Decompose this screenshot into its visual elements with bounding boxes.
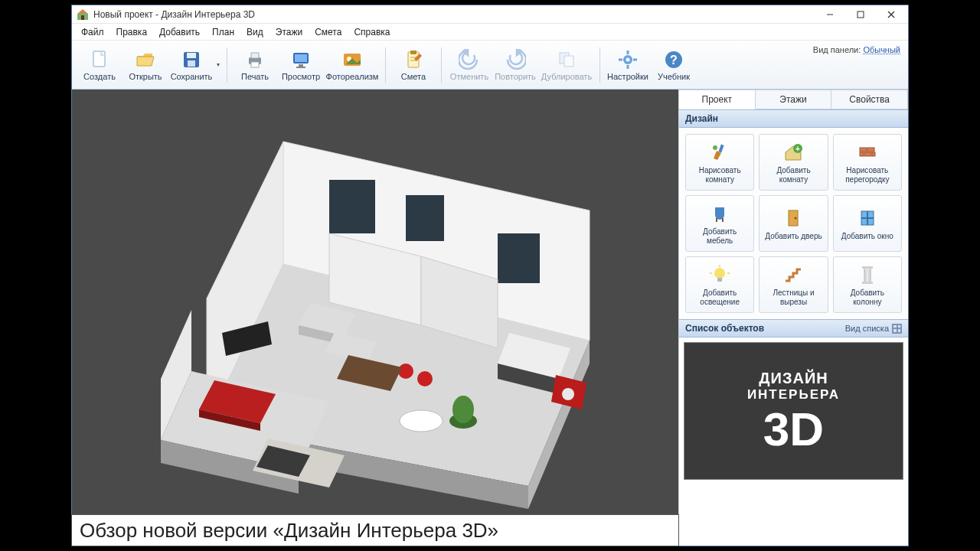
menu-справка[interactable]: Справка: [348, 25, 396, 39]
save-dropdown[interactable]: ▾: [214, 43, 222, 87]
design-stairs[interactable]: Лестницы и вырезы: [759, 256, 828, 313]
save-button[interactable]: Сохранить: [169, 43, 214, 87]
print-button[interactable]: Печать: [233, 43, 277, 87]
menu-план[interactable]: План: [206, 25, 240, 39]
settings-button[interactable]: Настройки: [606, 43, 650, 87]
estimate-label: Смета: [401, 72, 426, 81]
menu-смета[interactable]: Смета: [309, 25, 348, 39]
svg-rect-2: [81, 15, 84, 20]
svg-rect-16: [295, 54, 307, 62]
panel-mode-link[interactable]: Обычный: [863, 45, 900, 54]
window-icon: [856, 207, 879, 230]
menu-этажи[interactable]: Этажи: [270, 25, 309, 39]
design-brush[interactable]: Нарисовать комнату: [685, 134, 754, 191]
design-btn-label: Добавить дверь: [765, 232, 822, 241]
open-button[interactable]: Открыть: [123, 43, 168, 87]
stairs-icon: [782, 263, 805, 286]
svg-rect-11: [188, 60, 195, 67]
svg-rect-17: [299, 64, 303, 67]
save-label: Сохранить: [171, 72, 213, 81]
app-icon: [77, 8, 89, 21]
panel-mode: Вид панели: Обычный: [813, 45, 900, 54]
undo-label: Отменить: [450, 72, 488, 81]
print-label: Печать: [241, 72, 269, 81]
help-button[interactable]: ?Учебник: [652, 43, 696, 87]
svg-rect-90: [862, 266, 873, 269]
design-wall[interactable]: Нарисовать перегородку: [833, 134, 902, 191]
light-icon: [708, 263, 731, 286]
minimize-button[interactable]: [815, 6, 845, 23]
maximize-button[interactable]: [845, 6, 876, 23]
svg-point-80: [795, 217, 797, 219]
svg-rect-72: [860, 148, 867, 152]
objects-section-header: Список объектов Вид списка: [679, 319, 908, 337]
create-button[interactable]: Создать: [77, 43, 122, 87]
design-light[interactable]: Добавить освещение: [685, 256, 754, 313]
preview-button[interactable]: Просмотр: [279, 43, 323, 87]
menubar: ФайлПравкаДобавитьПланВидЭтажиСметаСправ…: [72, 24, 908, 41]
toolbar-separator: [227, 47, 227, 83]
svg-rect-73: [867, 148, 874, 152]
window-title: Новый проект - Дизайн Интерьера 3D: [93, 9, 815, 20]
svg-rect-32: [619, 58, 622, 60]
menu-файл[interactable]: Файл: [75, 25, 110, 39]
design-btn-label: Добавить освещение: [689, 289, 750, 306]
monitor-icon: [290, 49, 312, 70]
menu-добавить[interactable]: Добавить: [153, 25, 206, 39]
svg-rect-30: [627, 51, 629, 54]
tab-проект[interactable]: Проект: [679, 90, 756, 109]
menu-вид[interactable]: Вид: [240, 25, 270, 39]
folder-open-icon: [135, 49, 156, 70]
brush-icon: [708, 141, 731, 164]
list-view-toggle-icon[interactable]: [892, 324, 902, 334]
preview-label: Просмотр: [282, 72, 320, 81]
logo-line3: 3D: [763, 406, 824, 453]
menu-правка[interactable]: Правка: [110, 25, 154, 39]
save-icon: [181, 49, 202, 70]
svg-rect-67: [719, 145, 724, 153]
viewport-3d[interactable]: [72, 90, 678, 546]
design-btn-label: Добавить комнату: [763, 166, 824, 184]
toolbar-separator: [385, 47, 386, 83]
svg-rect-42: [406, 195, 444, 241]
svg-point-57: [417, 371, 433, 386]
svg-rect-27: [564, 56, 573, 67]
svg-point-29: [626, 57, 630, 61]
svg-point-63: [452, 396, 474, 423]
design-section-label: Дизайн: [685, 113, 718, 124]
toolbar: СоздатьОткрытьСохранить▾ПечатьПросмотрФо…: [72, 41, 908, 90]
undo-icon: [459, 49, 480, 70]
render-button[interactable]: Фотореализм: [325, 43, 380, 87]
svg-rect-74: [860, 152, 864, 156]
svg-marker-1: [77, 9, 88, 14]
estimate-button[interactable]: Смета: [391, 43, 436, 87]
close-button[interactable]: [876, 6, 906, 23]
video-caption-text: Обзор новой версии «Дизайн Интерьера 3D»: [80, 519, 498, 543]
svg-rect-75: [864, 152, 871, 156]
design-tool-grid: Нарисовать комнату+Добавить комнатуНарис…: [679, 128, 908, 319]
design-chair[interactable]: Добавить мебель: [685, 195, 754, 252]
svg-rect-4: [858, 11, 864, 18]
file-new-icon: [89, 49, 110, 70]
design-door[interactable]: Добавить дверь: [759, 195, 828, 252]
svg-rect-76: [872, 152, 875, 156]
svg-rect-33: [633, 58, 637, 60]
toolbar-separator: [599, 47, 600, 83]
tab-этажи[interactable]: Этажи: [756, 90, 832, 109]
svg-rect-91: [862, 282, 873, 284]
tab-свойства[interactable]: Свойства: [831, 90, 908, 109]
objects-view-mode-label: Вид списка: [845, 324, 889, 333]
video-caption: Обзор новой версии «Дизайн Интерьера 3D»: [71, 514, 679, 546]
content: ПроектЭтажиСвойства Дизайн Нарисовать ко…: [72, 90, 908, 546]
render-label: Фотореализм: [326, 72, 379, 81]
app-window: Новый проект - Дизайн Интерьера 3D ФайлП…: [71, 5, 909, 546]
design-column[interactable]: Добавить колонну: [833, 256, 902, 313]
svg-rect-89: [864, 267, 871, 282]
room-add-icon: +: [782, 141, 805, 164]
design-btn-label: Нарисовать перегородку: [837, 166, 898, 184]
design-window[interactable]: Добавить окно: [833, 195, 902, 252]
design-room-add[interactable]: +Добавить комнату: [759, 134, 828, 191]
chair-icon: [708, 202, 731, 225]
design-btn-label: Добавить окно: [841, 232, 893, 241]
svg-point-84: [714, 268, 725, 279]
